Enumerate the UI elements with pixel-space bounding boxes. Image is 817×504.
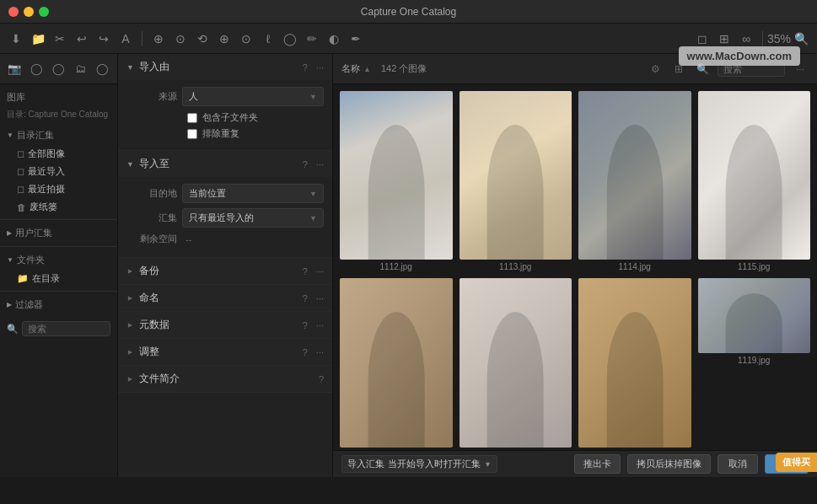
to-question-icon[interactable]: ? [303, 159, 308, 169]
import-from-header[interactable]: ▼ 导入由 ? ··· [118, 54, 332, 80]
subfolders-row: 包含子文件夹 [126, 111, 324, 124]
folders-header[interactable]: ▼ 文件夹 [0, 250, 117, 270]
dest-value[interactable]: 当前位置 ▼ [182, 184, 324, 203]
rotate-icon[interactable]: ⟲ [193, 29, 212, 48]
half-circle-icon[interactable]: ◐ [325, 29, 343, 48]
adj-question-icon[interactable]: ? [303, 347, 308, 357]
list-item[interactable]: 1118.jpg [578, 278, 691, 450]
metadata-header-left: ▼ 元数据 [126, 318, 169, 332]
tool3-icon[interactable]: ⊕ [215, 29, 234, 48]
copy-button[interactable]: 拷贝后抹掉图像 [627, 454, 711, 474]
backup-more-icon[interactable]: ··· [316, 266, 324, 276]
naming-question-icon[interactable]: ? [303, 293, 308, 303]
camera-icon[interactable]: 📷 [6, 61, 23, 78]
space-row: 剩余空间 -- [126, 233, 324, 245]
subfolders-checkbox[interactable] [187, 113, 197, 123]
list-item[interactable]: 1114.jpg [578, 91, 691, 271]
album-value[interactable]: 只有最近导入的 ▼ [182, 208, 324, 228]
import-icon[interactable]: ⬇ [7, 29, 25, 48]
backup-section: ▼ 备份 ? ··· [118, 258, 332, 285]
name-col-header[interactable]: 名称 ▲ [341, 62, 371, 75]
sidebar-item-recent-shoot[interactable]: ◻ 最近拍摄 [0, 180, 117, 198]
metadata-header[interactable]: ▼ 元数据 ? ··· [118, 312, 332, 338]
backup-question-icon[interactable]: ? [303, 266, 308, 276]
sidebar-item-all[interactable]: ◻ 全部图像 [0, 145, 117, 163]
redo-icon[interactable]: ↪ [94, 29, 113, 48]
edit-icon[interactable]: ✏ [303, 29, 321, 48]
adjustments-header[interactable]: ▼ 调整 ? ··· [118, 339, 332, 365]
list-item[interactable]: 1117.jpg [460, 278, 572, 450]
fileinfo-question-icon[interactable]: ? [319, 374, 324, 384]
fileinfo-label: 文件简介 [139, 372, 180, 386]
folder-side-icon[interactable]: 🗂 [73, 61, 89, 78]
sidebar-item-in-catalog[interactable]: 📁 在目录 [0, 270, 117, 287]
sidebar-search-input[interactable] [22, 321, 110, 336]
import-from-section: ▼ 导入由 ? ··· 来源 人 ▼ 包含子文件夹 [118, 54, 332, 151]
sort-arrow-icon: ▲ [363, 65, 371, 73]
view1-icon[interactable]: ◻ [693, 29, 712, 48]
crop-icon[interactable]: ✂ [51, 29, 69, 48]
sidebar-item-trash[interactable]: 🗑 废纸篓 [0, 198, 117, 216]
import-album-arrow-icon: ▼ [484, 460, 492, 469]
line-icon[interactable]: ℓ [259, 29, 277, 48]
pen-icon[interactable]: ✒ [347, 29, 365, 48]
undo-icon[interactable]: ↩ [73, 29, 91, 48]
minimize-button[interactable] [24, 7, 34, 17]
adjustments-section: ▼ 调整 ? ··· [118, 339, 332, 366]
adj-more-icon[interactable]: ··· [316, 347, 324, 357]
circle1-icon[interactable]: ◯ [28, 61, 45, 78]
backup-expand-icon: ▼ [126, 267, 134, 275]
import-to-header[interactable]: ▼ 导入至 ? ··· [118, 151, 332, 177]
adj-header-right: ? ··· [303, 347, 324, 357]
circle3-icon[interactable]: ◯ [94, 61, 111, 78]
tool1-icon[interactable]: ⊕ [149, 29, 168, 48]
maximize-button[interactable] [39, 7, 49, 17]
list-item[interactable]: 1115.jpg [698, 91, 811, 271]
source-value[interactable]: 人 ▼ [182, 87, 324, 106]
circle-icon[interactable]: ◯ [281, 29, 299, 48]
to-more-icon[interactable]: ··· [316, 159, 324, 169]
close-button[interactable] [8, 7, 19, 17]
photo-figure [487, 312, 544, 447]
naming-more-icon[interactable]: ··· [316, 293, 324, 303]
sidebar-item-recent-import[interactable]: ◻ 最近导入 [0, 163, 117, 180]
text-icon[interactable]: A [116, 29, 135, 48]
search-top-icon[interactable]: 🔍 [792, 29, 810, 48]
zoom-icon[interactable]: 35% [770, 29, 788, 48]
cancel-button[interactable]: 取消 [718, 454, 758, 474]
tool4-icon[interactable]: ⊙ [237, 29, 255, 48]
filter-header[interactable]: ▶ 过滤器 [0, 295, 117, 314]
photo-figure [606, 125, 663, 260]
catalog-section-header[interactable]: ▼ 目录汇集 [0, 126, 117, 145]
library-header[interactable]: 图库 [0, 88, 117, 107]
photo-figure [726, 293, 782, 353]
remove-dup-checkbox[interactable] [187, 129, 197, 139]
user-collection-header[interactable]: ▶ 用户汇集 [0, 223, 117, 243]
filter-icon[interactable]: ⚙ [647, 61, 664, 78]
metadata-more-icon[interactable]: ··· [316, 320, 324, 330]
circle2-icon[interactable]: ◯ [50, 61, 67, 78]
list-item[interactable]: 1113.jpg [460, 91, 572, 271]
list-item[interactable]: 1112.jpg [340, 91, 453, 271]
folders-arrow-icon: ▼ [7, 256, 13, 264]
image-filename: 1119.jpg [738, 356, 770, 365]
naming-header[interactable]: ▼ 命名 ? ··· [118, 285, 332, 311]
view2-icon[interactable]: ⊞ [715, 29, 734, 48]
list-item[interactable]: 1116.jpg [340, 278, 453, 450]
from-question-icon[interactable]: ? [303, 62, 308, 72]
naming-section: ▼ 命名 ? ··· [118, 285, 332, 312]
fileinfo-header-right: ? [319, 374, 324, 384]
metadata-question-icon[interactable]: ? [303, 320, 308, 330]
folder-icon[interactable]: 📁 [29, 29, 47, 48]
view3-icon[interactable]: ∞ [737, 29, 755, 48]
fileinfo-header[interactable]: ▼ 文件简介 ? [118, 366, 332, 392]
backup-header[interactable]: ▼ 备份 ? ··· [118, 258, 332, 284]
in-catalog-icon: 📁 [17, 273, 29, 284]
tool2-icon[interactable]: ⊙ [171, 29, 190, 48]
list-item[interactable]: 1119.jpg [698, 278, 811, 450]
search-side-icon: 🔍 [7, 324, 19, 335]
import-album-select[interactable]: 导入汇集 当开始导入时打开汇集 ▼ [341, 455, 497, 473]
eject-button[interactable]: 推出卡 [574, 454, 621, 474]
recent-import-icon: ◻ [17, 166, 24, 177]
from-more-icon[interactable]: ··· [316, 62, 324, 72]
